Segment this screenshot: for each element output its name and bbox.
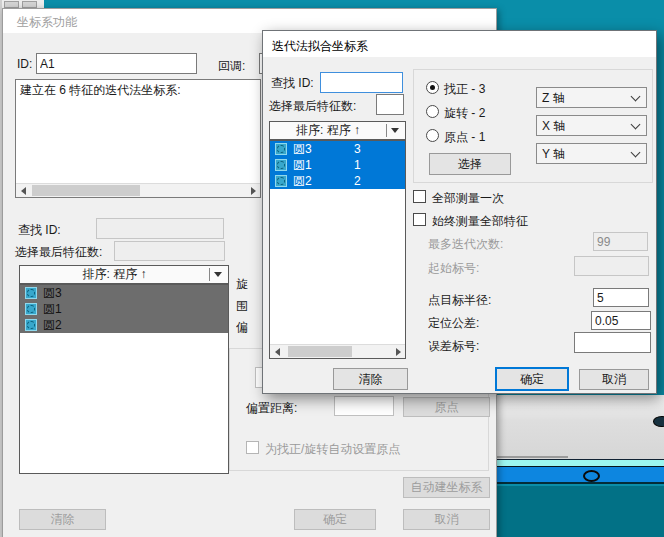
cancel-button[interactable]: 取消 bbox=[579, 369, 649, 390]
rotate-radio-label: 旋转 - 2 bbox=[444, 105, 485, 122]
list-item[interactable]: 圆3 bbox=[20, 285, 228, 301]
separator bbox=[386, 124, 387, 137]
select-last-feature-count-label: 选择最后特征数: bbox=[269, 98, 356, 115]
start-label-label: 起始标号: bbox=[428, 260, 479, 277]
auto-create-alignment-button: 自动建坐标系 bbox=[403, 477, 490, 498]
offset-label-partial: 偏 bbox=[236, 319, 264, 336]
select-last-feature-count-input[interactable] bbox=[376, 94, 404, 115]
error-label-label: 误差标号: bbox=[428, 338, 479, 355]
titlebar[interactable]: 迭代法拟合坐标系 bbox=[263, 31, 656, 57]
point-target-radius-input[interactable] bbox=[593, 288, 649, 307]
circle-feature-icon bbox=[25, 303, 37, 315]
origin-radio[interactable] bbox=[426, 129, 439, 142]
position-tolerance-label: 定位公差: bbox=[428, 315, 479, 332]
level-axis-value: Z 轴 bbox=[542, 91, 565, 105]
id-input[interactable] bbox=[36, 53, 197, 74]
level-radio[interactable] bbox=[426, 81, 439, 94]
cad-part-edge-line bbox=[490, 456, 568, 458]
cad-part-cyan-stripe bbox=[490, 459, 664, 466]
callback-label: 回调: bbox=[218, 58, 245, 75]
feature-name: 圆2 bbox=[43, 317, 62, 334]
ok-button: 确定 bbox=[294, 509, 376, 530]
rotate-label-partial: 旋 bbox=[236, 276, 264, 293]
find-id-label: 查找 ID: bbox=[271, 75, 314, 92]
scroll-left-icon[interactable] bbox=[270, 345, 284, 358]
measure-once-checkbox[interactable] bbox=[413, 190, 426, 203]
clear-button: 清除 bbox=[19, 509, 106, 530]
list-item[interactable]: 圆3 3 bbox=[270, 141, 405, 157]
feature-name: 圆1 bbox=[43, 301, 62, 318]
find-id-input bbox=[96, 218, 224, 239]
offset-distance-input[interactable] bbox=[334, 396, 394, 416]
feature-name: 圆2 bbox=[293, 173, 312, 190]
scroll-left-icon[interactable] bbox=[16, 184, 30, 197]
level-axis-dropdown[interactable]: Z 轴 bbox=[536, 87, 647, 108]
scroll-right-icon[interactable] bbox=[246, 184, 260, 197]
cancel-button: 取消 bbox=[403, 509, 490, 530]
feature-order: 2 bbox=[354, 174, 361, 188]
dialog-title: 坐标系功能 bbox=[17, 14, 77, 31]
measure-all-features-label: 始终测量全部特征 bbox=[432, 213, 528, 230]
sort-dropdown-icon[interactable] bbox=[214, 272, 222, 277]
circle-feature-icon bbox=[25, 319, 37, 331]
offset-distance-label: 偏置距离: bbox=[246, 400, 297, 417]
application-window: 坐标系功能 ID: 回调: 建立在 6 特征的迭代法坐标系: 查找 ID: 选择… bbox=[0, 0, 664, 537]
scrollbar-thumb[interactable] bbox=[288, 346, 352, 357]
alignment-description-box[interactable]: 建立在 6 特征的迭代法坐标系: bbox=[15, 79, 261, 198]
auto-origin-checkbox-label: 为找正/旋转自动设置原点 bbox=[265, 441, 400, 458]
auto-origin-checkbox bbox=[246, 441, 259, 454]
alignment-description-text: 建立在 6 特征的迭代法坐标系: bbox=[20, 83, 181, 97]
toolbar-button[interactable] bbox=[22, 1, 37, 8]
clear-button[interactable]: 清除 bbox=[333, 368, 408, 390]
id-label: ID: bbox=[17, 57, 32, 71]
horizontal-scrollbar[interactable] bbox=[16, 183, 260, 197]
level-radio-label: 找正 - 3 bbox=[444, 81, 485, 98]
point-target-radius-label: 点目标半径: bbox=[428, 292, 491, 309]
measure-once-label: 全部测量一次 bbox=[432, 190, 504, 207]
feature-list-sort-header[interactable]: 排序: 程序 ↑ bbox=[269, 121, 406, 140]
feature-list[interactable]: 圆3 圆1 圆2 bbox=[19, 284, 229, 474]
list-item[interactable]: 圆1 1 bbox=[270, 157, 405, 173]
rotate-radio[interactable] bbox=[426, 105, 439, 118]
feature-name: 圆3 bbox=[293, 141, 312, 158]
measure-all-features-checkbox[interactable] bbox=[413, 213, 426, 226]
find-id-input[interactable] bbox=[320, 72, 403, 93]
feature-order: 3 bbox=[354, 142, 361, 156]
chevron-down-icon bbox=[631, 148, 641, 158]
circle-feature-icon bbox=[275, 159, 287, 171]
scroll-right-icon[interactable] bbox=[391, 345, 405, 358]
rotate-axis-value: X 轴 bbox=[542, 119, 565, 133]
max-iterations-input bbox=[593, 232, 648, 251]
find-id-label: 查找 ID: bbox=[18, 222, 61, 239]
error-label-input[interactable] bbox=[574, 332, 651, 353]
sort-header-label: 排序: 程序 ↑ bbox=[20, 266, 209, 283]
cad-part-blue-band bbox=[490, 466, 664, 484]
circle-feature-icon bbox=[275, 175, 287, 187]
dialog-iterative-alignment: 迭代法拟合坐标系 查找 ID: 选择最后特征数: 排序: 程序 ↑ 圆3 3 圆… bbox=[262, 30, 657, 394]
dialog-title: 迭代法拟合坐标系 bbox=[272, 38, 368, 55]
origin-axis-dropdown[interactable]: Y 轴 bbox=[536, 143, 647, 164]
cad-hole-feature bbox=[583, 470, 600, 482]
toolbar-button[interactable] bbox=[4, 1, 19, 8]
list-item[interactable]: 圆2 bbox=[20, 317, 228, 333]
circle-feature-icon bbox=[275, 143, 287, 155]
feature-list[interactable]: 圆3 3 圆1 1 圆2 2 bbox=[269, 140, 406, 359]
select-last-feature-count-label: 选择最后特征数: bbox=[15, 244, 102, 261]
list-item[interactable]: 圆1 bbox=[20, 301, 228, 317]
start-label-input bbox=[574, 256, 649, 276]
scrollbar-thumb[interactable] bbox=[32, 185, 140, 196]
position-tolerance-input[interactable] bbox=[591, 311, 651, 330]
horizontal-scrollbar[interactable] bbox=[270, 344, 405, 358]
feature-list-sort-header[interactable]: 排序: 程序 ↑ bbox=[19, 265, 229, 284]
select-button[interactable]: 选择 bbox=[429, 153, 511, 175]
rotate-axis-dropdown[interactable]: X 轴 bbox=[536, 115, 647, 136]
origin-radio-label: 原点 - 1 bbox=[444, 129, 485, 146]
sort-header-label: 排序: 程序 ↑ bbox=[270, 122, 386, 139]
feature-name: 圆1 bbox=[293, 157, 312, 174]
ok-button[interactable]: 确定 bbox=[495, 367, 569, 391]
select-last-feature-count-input bbox=[114, 241, 225, 261]
sort-dropdown-icon[interactable] bbox=[391, 128, 399, 133]
list-item[interactable]: 圆2 2 bbox=[270, 173, 405, 189]
cad-part-top-surface bbox=[490, 395, 664, 459]
feature-name: 圆3 bbox=[43, 285, 62, 302]
